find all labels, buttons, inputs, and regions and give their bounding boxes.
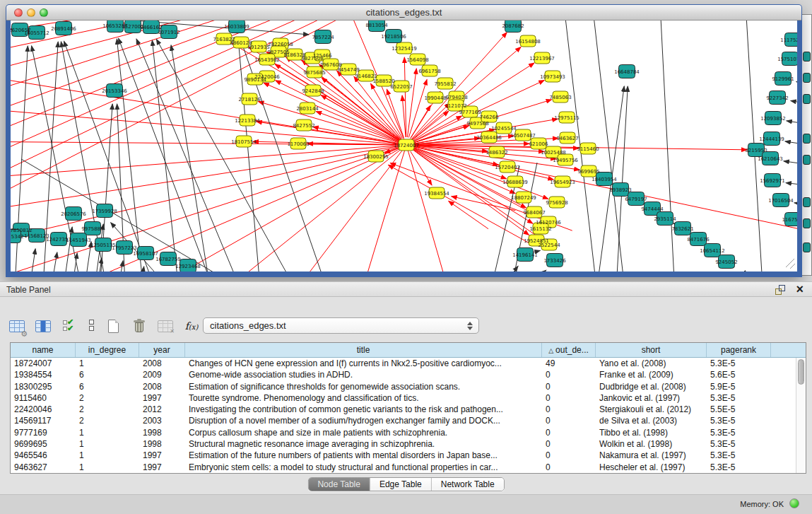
graph-edge	[411, 33, 507, 139]
graph-node-label: 19495756	[553, 158, 578, 163]
table-row[interactable]: 1830029562008Estimation of significance …	[11, 381, 806, 392]
graph-edge	[794, 203, 797, 206]
graph-node-label: 2522544	[538, 243, 560, 248]
column-header-year[interactable]: year	[139, 343, 185, 357]
background-graph-node	[803, 52, 811, 62]
graph-node-label: 9463627	[556, 136, 578, 141]
table-cell: 2	[76, 392, 139, 404]
window-titlebar[interactable]: citations_edges.txt	[6, 5, 801, 21]
table-cell: Nakamura et al. (1997)	[596, 450, 707, 461]
table-cell: Genome-wide association studies in ADHD.	[185, 369, 542, 380]
row-height-button[interactable]	[86, 317, 97, 335]
table-cell: Stergiakouli et al. (2012)	[596, 404, 707, 415]
table-select-dropdown[interactable]: citations_edges.txt	[203, 317, 479, 334]
table-panel-header[interactable]: Table Panel ×	[0, 281, 812, 297]
close-panel-icon[interactable]: ×	[796, 282, 804, 298]
graph-node-label: 20206576	[61, 211, 86, 217]
graph-canvas[interactable]: 1872400771638228860128891293528226058982…	[11, 21, 797, 271]
graph-edge	[787, 121, 797, 124]
graph-node-label: 16648784	[614, 69, 640, 75]
column-header-pagerank[interactable]: pagerank	[707, 343, 771, 357]
float-panel-icon[interactable]	[775, 285, 785, 295]
graph-edge	[786, 183, 797, 186]
network-window[interactable]: citations_edges.txt 18724007716382288601…	[6, 4, 802, 277]
table-row[interactable]: 946362711997Embryonic stem cells: a mode…	[11, 462, 806, 473]
graph-edge	[796, 81, 797, 84]
graph-node-label: 1990448	[424, 95, 446, 101]
graph-node-label: 19654923	[550, 180, 575, 185]
graph-node-label: 8912935	[247, 45, 269, 50]
table-row[interactable]: 1456911722003Disruption of a novel membe…	[11, 415, 806, 426]
graph-node-label: 9242848	[302, 88, 324, 94]
select-rows-button[interactable]: ✔ ✔	[59, 317, 79, 335]
table-row[interactable]: 2242004622012Investigating the contribut…	[11, 404, 806, 415]
scrollbar-thumb[interactable]	[798, 359, 804, 385]
create-column-button[interactable]	[103, 317, 123, 335]
column-header-short[interactable]: short	[596, 343, 707, 357]
memory-status-label: Memory: OK	[740, 500, 784, 508]
column-header-label: out_de...	[555, 345, 589, 355]
status-bar: Memory: OK	[0, 494, 812, 514]
table-mode-button[interactable]: ⚙	[7, 317, 27, 335]
table-cell: 2008	[139, 358, 185, 369]
table-row[interactable]: 1938455462009Genome-wide association stu…	[11, 369, 806, 380]
table-cell: 5.9E-5	[707, 381, 771, 392]
table-cell: Jankovic et al. (1997)	[596, 392, 707, 404]
graph-node-label: 16033809	[224, 24, 249, 30]
table-row[interactable]: 977716911998Corpus callosum shape and si…	[11, 427, 806, 438]
background-graph-node	[803, 243, 811, 252]
function-icon: f(x)	[185, 320, 199, 332]
background-window-sliver	[801, 14, 812, 276]
table-cell: 2009	[139, 369, 185, 380]
node-table[interactable]: namein_degreeyeartitle△out_de...shortpag…	[10, 342, 806, 474]
table-cell: Structural magnetic resonance image aver…	[185, 438, 542, 450]
table-cell: 5.3E-5	[707, 358, 771, 369]
table-cell: de Silva et al. (2003)	[596, 415, 707, 426]
column-header-title[interactable]: title	[185, 343, 542, 357]
tab-node-table[interactable]: Node Table	[308, 478, 370, 491]
graph-node-label: 2718126	[238, 97, 261, 103]
table-cell: 14569117	[11, 415, 76, 426]
graph-node-label: 2803144	[296, 106, 319, 112]
table-row[interactable]: 911546021997Tourette syndrome. Phenomeno…	[11, 392, 806, 404]
desktop: { "network_window": { "title": "citation…	[0, 0, 812, 514]
graph-node-label: 17016504	[768, 198, 794, 204]
table-row[interactable]: 1872400712008Changes of HCN gene express…	[11, 358, 806, 369]
graph-node-label: 1564098	[406, 57, 428, 63]
graph-edge	[510, 266, 518, 271]
tab-edge-table[interactable]: Edge Table	[370, 478, 432, 491]
table-cell: 0	[542, 369, 596, 380]
graph-node-label: 16210643	[758, 156, 783, 162]
table-cell: Estimation of significance thresholds fo…	[185, 381, 542, 392]
graph-node-label: 8938923	[609, 187, 631, 193]
table-cell: 9115460	[11, 392, 76, 404]
graph-node-label: 7832621	[671, 226, 693, 232]
table-row[interactable]: 969969511998Structural magnetic resonanc…	[11, 438, 806, 450]
column-header-out_de[interactable]: △out_de...	[542, 343, 596, 357]
graph-node-label: 10025488	[541, 150, 566, 156]
graph-node-label: 12923468	[175, 264, 201, 269]
table-cell: 5.3E-5	[707, 450, 771, 461]
table-row[interactable]: 946554611997Estimation of the future num…	[11, 450, 806, 461]
table-cell: 1997	[139, 392, 185, 404]
show-columns-button[interactable]	[33, 317, 53, 335]
sort-ascending-icon: △	[548, 347, 553, 354]
table-cell: 5.6E-5	[707, 369, 771, 380]
tab-network-table[interactable]: Network Table	[432, 478, 504, 491]
graph-edge	[30, 249, 35, 271]
vertical-scrollbar[interactable]	[796, 358, 806, 473]
graph-node-label: 1071912	[158, 30, 180, 35]
memory-ok-icon	[789, 498, 799, 508]
table-cell: 6	[76, 369, 139, 380]
table-cell: 1	[76, 427, 139, 438]
table-cell: 1	[76, 450, 139, 461]
column-header-name[interactable]: name	[11, 343, 76, 357]
table-cell: 1997	[139, 462, 185, 473]
column-header-in_degree[interactable]: in_degree	[76, 343, 139, 357]
graph-edge	[661, 21, 675, 271]
table-cell: 5.3E-5	[707, 392, 771, 404]
background-graph-node	[803, 218, 811, 228]
table-cell: 0	[542, 427, 596, 438]
delete-column-button[interactable]	[129, 317, 149, 335]
function-builder-button[interactable]: f(x)	[182, 317, 201, 335]
